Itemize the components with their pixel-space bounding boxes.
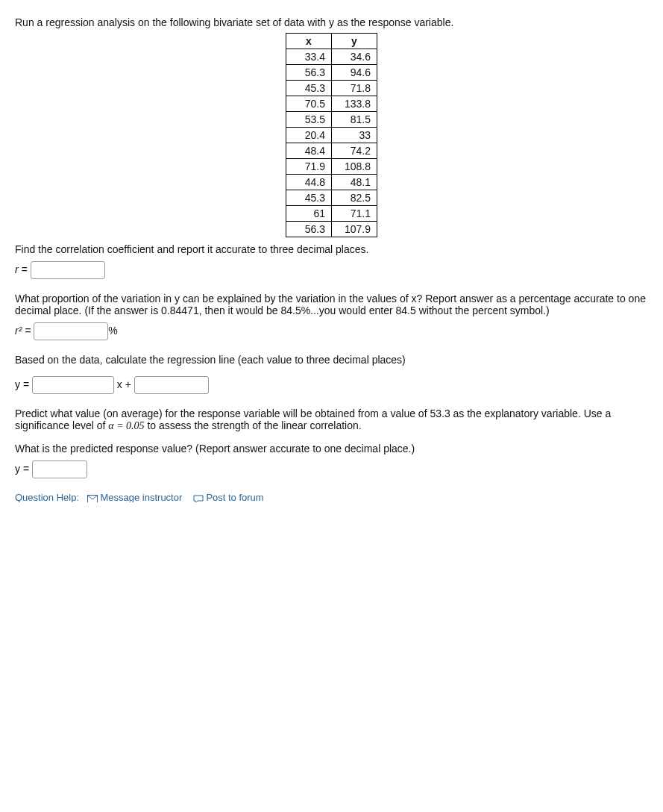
table-row: 6171.1 — [286, 206, 377, 222]
predict-text-b: to assess the strength of the linear cor… — [145, 419, 362, 431]
question-predict: Predict what value (on average) for the … — [15, 407, 648, 432]
cell-y: 94.6 — [332, 65, 377, 81]
input-r[interactable] — [31, 261, 105, 279]
table-row: 71.9108.8 — [286, 159, 377, 175]
cell-y: 82.5 — [332, 190, 377, 206]
table-row: 44.848.1 — [286, 175, 377, 190]
question-r-squared: What proportion of the variation in y ca… — [15, 293, 648, 316]
table-row: 20.433 — [286, 128, 377, 143]
label-y: y = — [15, 378, 29, 390]
question-regression-line: Based on the data, calculate the regress… — [15, 354, 648, 366]
question-help-label: Question Help: — [15, 492, 79, 502]
post-forum-link[interactable]: Post to forum — [206, 492, 263, 502]
col-header-x: x — [286, 34, 332, 49]
cell-y: 34.6 — [332, 49, 377, 65]
intro-text: Run a regression analysis on the followi… — [15, 16, 648, 28]
cell-x: 44.8 — [286, 175, 332, 190]
cell-x: 61 — [286, 206, 332, 222]
cell-y: 107.9 — [332, 222, 377, 237]
cell-x: 20.4 — [286, 128, 332, 143]
table-row: 45.382.5 — [286, 190, 377, 206]
table-row: 56.394.6 — [286, 65, 377, 81]
cell-y: 81.5 — [332, 112, 377, 128]
chat-icon — [193, 493, 204, 502]
message-instructor-link[interactable]: Message instructor — [100, 492, 182, 502]
table-row: 48.474.2 — [286, 143, 377, 159]
alpha-expression: α = 0.05 — [108, 420, 144, 431]
label-y-pred: y = — [15, 463, 29, 475]
input-r2[interactable] — [34, 322, 108, 340]
xy-data-table: x y 33.434.656.394.645.371.870.5133.853.… — [286, 33, 377, 237]
col-header-y: y — [332, 34, 377, 49]
input-intercept[interactable] — [134, 376, 209, 394]
question-predicted-value: What is the predicted response value? (R… — [15, 443, 648, 455]
cell-y: 71.1 — [332, 206, 377, 222]
cell-y: 33 — [332, 128, 377, 143]
cell-x: 70.5 — [286, 96, 332, 112]
cell-x: 56.3 — [286, 65, 332, 81]
question-correlation: Find the correlation coefficient and rep… — [15, 243, 648, 255]
label-r: r = — [15, 263, 28, 275]
label-x-plus: x + — [117, 378, 131, 390]
table-row: 45.371.8 — [286, 81, 377, 96]
cell-x: 56.3 — [286, 222, 332, 237]
cell-y: 48.1 — [332, 175, 377, 190]
cell-x: 71.9 — [286, 159, 332, 175]
cell-x: 53.5 — [286, 112, 332, 128]
input-y-pred[interactable] — [32, 460, 87, 478]
cell-y: 133.8 — [332, 96, 377, 112]
table-row: 33.434.6 — [286, 49, 377, 65]
table-row: 56.3107.9 — [286, 222, 377, 237]
cell-y: 71.8 — [332, 81, 377, 96]
percent-symbol: % — [108, 325, 117, 337]
question-help-footer: Question Help: Message instructor Post t… — [15, 492, 648, 502]
table-row: 70.5133.8 — [286, 96, 377, 112]
cell-y: 108.8 — [332, 159, 377, 175]
table-row: 53.581.5 — [286, 112, 377, 128]
input-slope[interactable] — [32, 376, 114, 394]
cell-x: 48.4 — [286, 143, 332, 159]
cell-y: 74.2 — [332, 143, 377, 159]
cell-x: 45.3 — [286, 81, 332, 96]
cell-x: 45.3 — [286, 190, 332, 206]
cell-x: 33.4 — [286, 49, 332, 65]
label-r2: r² = — [15, 325, 31, 337]
mail-icon — [87, 493, 98, 502]
